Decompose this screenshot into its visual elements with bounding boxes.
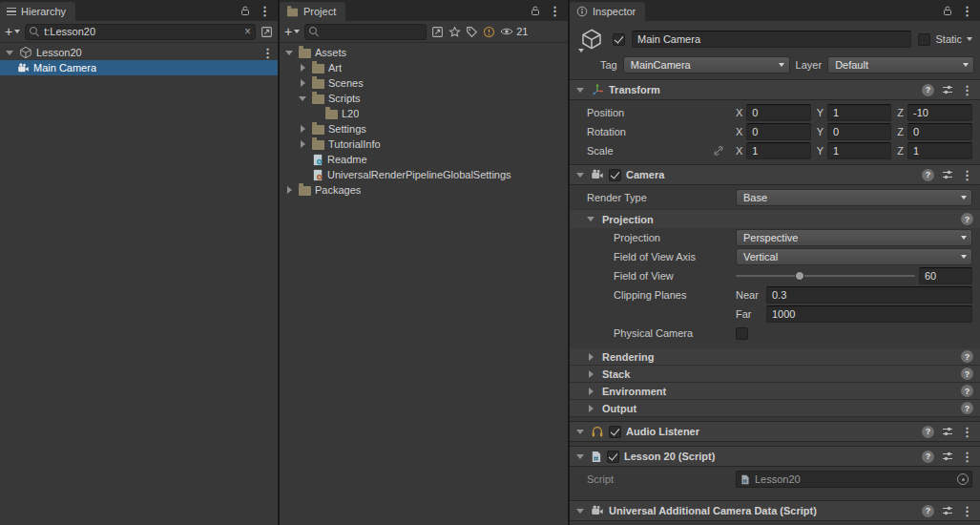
help-icon[interactable] xyxy=(961,350,973,363)
foldout-icon[interactable] xyxy=(574,173,586,178)
active-checkbox[interactable] xyxy=(613,33,625,46)
scene-kebab-icon[interactable] xyxy=(261,47,274,59)
component-enabled-checkbox[interactable] xyxy=(607,451,619,463)
scale-z-field[interactable] xyxy=(907,142,972,159)
fov-slider[interactable] xyxy=(736,267,915,284)
help-icon[interactable] xyxy=(922,169,934,181)
tab-inspector[interactable]: Inspector xyxy=(570,2,645,21)
kebab-menu-icon[interactable] xyxy=(961,5,973,17)
hierarchy-item-main-camera[interactable]: Main Camera xyxy=(0,60,278,75)
project-item-scripts[interactable]: Scripts xyxy=(280,91,568,106)
presets-icon[interactable] xyxy=(942,426,953,437)
presets-icon[interactable] xyxy=(942,169,953,180)
slider-thumb[interactable] xyxy=(795,271,804,281)
output-section-header[interactable]: Output xyxy=(570,400,980,417)
static-checkbox[interactable] xyxy=(918,33,930,46)
physical-camera-checkbox[interactable] xyxy=(736,327,748,340)
project-item-l20[interactable]: L20 xyxy=(280,106,568,121)
lock-icon[interactable] xyxy=(530,5,541,16)
help-icon[interactable] xyxy=(922,451,934,463)
open-search-window-icon[interactable] xyxy=(261,26,273,38)
alert-icon[interactable] xyxy=(483,26,495,38)
foldout-icon[interactable] xyxy=(574,509,586,514)
help-icon[interactable] xyxy=(961,402,973,414)
gameobject-name-field[interactable] xyxy=(632,31,911,48)
near-field[interactable] xyxy=(766,286,972,304)
foldout-icon[interactable] xyxy=(297,79,308,87)
clear-search-icon[interactable] xyxy=(244,26,251,37)
search-by-label-icon[interactable] xyxy=(466,26,478,38)
foldout-icon[interactable] xyxy=(297,64,308,72)
kebab-menu-icon[interactable] xyxy=(961,426,973,438)
scale-y-field[interactable] xyxy=(827,142,891,159)
fov-value-field[interactable] xyxy=(919,267,972,284)
tab-project[interactable]: Project xyxy=(280,2,345,21)
hidden-count-toggle[interactable]: 21 xyxy=(500,26,528,37)
stack-section-header[interactable]: Stack xyxy=(570,366,980,383)
foldout-icon[interactable] xyxy=(574,88,586,93)
project-item-art[interactable]: Art xyxy=(280,60,568,75)
foldout-icon[interactable] xyxy=(297,96,308,101)
position-z-field[interactable] xyxy=(907,104,972,121)
component-enabled-checkbox[interactable] xyxy=(609,169,621,181)
project-item-readme[interactable]: Readme xyxy=(280,152,568,167)
foldout-icon[interactable] xyxy=(585,405,596,412)
foldout-icon[interactable] xyxy=(297,125,308,133)
project-search[interactable] xyxy=(304,24,427,40)
gameobject-icon[interactable] xyxy=(577,27,606,52)
help-icon[interactable] xyxy=(922,426,934,438)
position-y-field[interactable] xyxy=(827,104,891,121)
link-scale-icon[interactable] xyxy=(713,145,724,157)
search-input[interactable] xyxy=(44,26,240,37)
foldout-icon[interactable] xyxy=(585,370,596,378)
render-type-dropdown[interactable]: Base xyxy=(736,189,972,206)
kebab-menu-icon[interactable] xyxy=(549,5,561,17)
project-item-packages[interactable]: Packages xyxy=(280,182,568,198)
rotation-x-field[interactable] xyxy=(746,123,810,140)
project-item-urp-global-settings[interactable]: UniversalRenderPipelineGlobalSettings xyxy=(280,167,568,182)
add-button[interactable]: + xyxy=(5,25,20,38)
foldout-icon[interactable] xyxy=(585,217,596,221)
environment-section-header[interactable]: Environment xyxy=(570,383,980,400)
help-icon[interactable] xyxy=(961,213,973,225)
foldout-icon[interactable] xyxy=(283,51,295,55)
static-toggle[interactable]: Static xyxy=(918,33,974,46)
help-icon[interactable] xyxy=(922,84,934,96)
foldout-icon[interactable] xyxy=(4,51,15,55)
add-button[interactable]: + xyxy=(284,25,300,38)
presets-icon[interactable] xyxy=(942,451,953,462)
project-item-assets[interactable]: Assets xyxy=(280,45,568,60)
tag-dropdown[interactable]: MainCamera xyxy=(623,56,790,74)
static-dropdown-icon[interactable] xyxy=(967,37,972,41)
camera-header[interactable]: Camera xyxy=(570,164,980,185)
far-field[interactable] xyxy=(766,305,972,323)
rotation-z-field[interactable] xyxy=(907,123,972,140)
foldout-icon[interactable] xyxy=(574,454,586,459)
kebab-menu-icon[interactable] xyxy=(961,505,973,517)
kebab-menu-icon[interactable] xyxy=(961,451,973,463)
open-search-window-icon[interactable] xyxy=(431,26,444,38)
search-by-type-icon[interactable] xyxy=(448,26,461,38)
rendering-section-header[interactable]: Rendering xyxy=(570,348,980,366)
foldout-icon[interactable] xyxy=(585,353,596,361)
lesson-script-header[interactable]: Lesson 20 (Script) xyxy=(570,446,980,467)
lock-icon[interactable] xyxy=(942,5,953,16)
script-object-field[interactable]: Lesson20 xyxy=(736,471,972,488)
presets-icon[interactable] xyxy=(942,505,953,516)
help-icon[interactable] xyxy=(922,505,934,517)
project-item-tutorialinfo[interactable]: TutorialInfo xyxy=(280,136,568,152)
rotation-y-field[interactable] xyxy=(827,123,891,140)
foldout-icon[interactable] xyxy=(574,430,586,434)
presets-icon[interactable] xyxy=(942,84,953,95)
kebab-menu-icon[interactable] xyxy=(961,84,973,96)
hierarchy-search[interactable] xyxy=(25,24,256,40)
kebab-menu-icon[interactable] xyxy=(961,169,973,181)
slider-track[interactable] xyxy=(736,275,915,277)
layer-dropdown[interactable]: Default xyxy=(827,56,974,74)
fov-axis-dropdown[interactable]: Vertical xyxy=(736,248,972,265)
scene-row[interactable]: Lesson20 xyxy=(0,45,278,60)
urp-camera-data-header[interactable]: Universal Additional Camera Data (Script… xyxy=(570,500,980,521)
audio-listener-header[interactable]: Audio Listener xyxy=(570,421,980,442)
object-picker-icon[interactable] xyxy=(957,473,969,485)
project-item-scenes[interactable]: Scenes xyxy=(280,75,568,91)
